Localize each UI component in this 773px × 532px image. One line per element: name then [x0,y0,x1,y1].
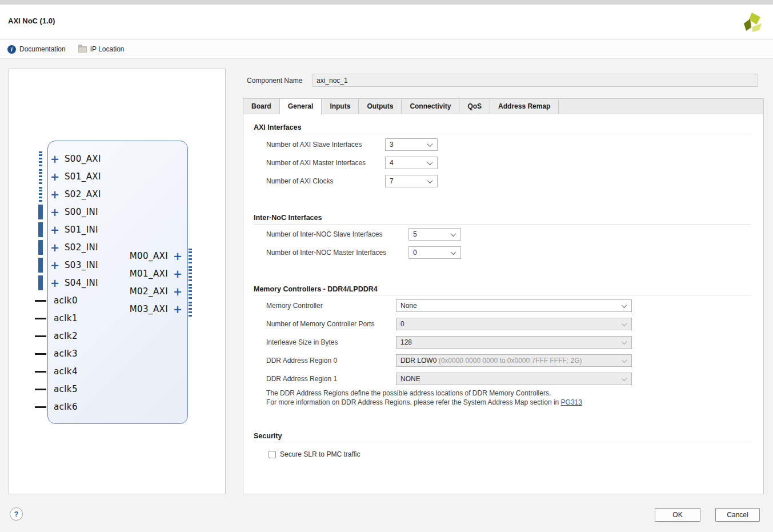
dropdown-value-note: (0x0000 0000 0000 to 0x0000 7FFF FFFF; 2… [436,357,582,365]
expand-interface-icon[interactable]: + [50,278,59,289]
expand-interface-icon[interactable]: + [50,154,59,165]
memory-controller-dropdown[interactable]: None [396,299,632,312]
expand-interface-icon[interactable]: + [50,260,59,271]
clock-pin-icon [35,318,46,319]
dropdown-value: 128 [400,338,412,346]
documentation-label: Documentation [19,45,66,53]
chevron-down-icon [427,141,433,147]
pin-s04-ini: +S04_INI [35,275,98,290]
pin-aclk2: aclk2 [35,329,78,343]
pin-label: aclk4 [54,366,78,377]
number-of-inter-noc-master-interfaces-dropdown[interactable]: 0 [408,246,461,259]
expand-interface-icon[interactable]: + [50,242,59,253]
pin-label: S02_INI [65,242,98,253]
expand-interface-icon[interactable]: + [50,189,59,200]
pin-label: aclk3 [54,349,78,359]
secure-slr-row: Secure SLR to PMC traffic [269,450,361,458]
secure-slr-label: Secure SLR to PMC traffic [280,450,361,458]
ddr-address-region-1-dropdown[interactable]: NONE [396,373,632,385]
number-of-axi-slave-interfaces-dropdown[interactable]: 3 [385,138,438,151]
expand-interface-icon[interactable]: + [173,304,182,315]
clock-pin-icon [35,300,46,302]
axi-port-connector-icon [39,151,42,166]
tab-bar: BoardGeneralInputsOutputsConnectivityQoS… [243,99,763,114]
ok-button[interactable]: OK [655,508,700,522]
pin-s00-axi: +S00_AXI [35,151,101,166]
tab-general[interactable]: General [280,99,322,115]
chevron-down-icon [427,178,433,183]
clock-pin-icon [35,335,46,337]
pin-label: aclk0 [54,295,78,306]
dialog-toolbar: i Documentation IP Location [0,40,773,59]
axi-port-connector-icon [189,302,192,317]
clock-pin-icon [35,353,46,355]
tab-qos[interactable]: QoS [459,99,490,114]
dropdown-value: NONE [400,375,420,383]
ip-location-label: IP Location [90,45,125,53]
chevron-down-icon [622,375,627,381]
secure-slr-checkbox[interactable] [269,451,276,458]
pin-label: M00_AXI [130,251,168,261]
section-title-axi: AXI Interfaces [254,123,301,131]
chevron-down-icon [622,339,627,345]
pin-label: M01_AXI [130,269,168,279]
cancel-button[interactable]: Cancel [715,508,760,522]
pin-s00-ini: +S00_INI [35,205,98,219]
ini-port-connector-icon [38,258,43,273]
help-button[interactable]: ? [10,507,23,521]
number-of-memory-controller-ports-dropdown[interactable]: 0 [396,318,632,330]
field-label-number-of-axi-master-interfaces: Number of AXI Master Interfaces [266,157,366,169]
pin-label: S01_AXI [65,171,101,182]
number-of-inter-noc-slave-interfaces-dropdown[interactable]: 5 [408,228,461,241]
axi-port-connector-icon [39,187,42,202]
expand-interface-icon[interactable]: + [173,269,182,279]
component-name-input[interactable] [313,74,758,87]
clock-pin-icon [35,371,46,373]
expand-interface-icon[interactable]: + [50,207,59,218]
number-of-axi-clocks-dropdown[interactable]: 7 [385,175,438,187]
info-icon: i [7,45,16,54]
tab-inputs[interactable]: Inputs [322,99,359,114]
field-label-number-of-inter-noc-slave-interfaces: Number of Inter-NOC Slave Interfaces [266,228,382,241]
config-panel: BoardGeneralInputsOutputsConnectivityQoS… [243,98,764,494]
tab-board[interactable]: Board [243,99,280,114]
clock-pin-icon [35,406,46,408]
chevron-down-icon [622,357,627,363]
expand-interface-icon[interactable]: + [50,171,59,182]
pin-aclk3: aclk3 [35,346,78,361]
pg313-link[interactable]: PG313 [561,398,582,406]
pin-label: S00_AXI [65,154,101,164]
ip-symbol-panel: +S00_AXI+S01_AXI+S02_AXI+S00_INI+S01_INI… [9,69,226,494]
tab-outputs[interactable]: Outputs [359,99,402,114]
pin-label: M02_AXI [130,286,168,297]
pin-label: S03_INI [65,260,98,270]
documentation-button[interactable]: i Documentation [7,45,66,54]
ini-port-connector-icon [38,222,43,237]
expand-interface-icon[interactable]: + [50,225,59,235]
number-of-axi-master-interfaces-dropdown[interactable]: 4 [385,157,438,169]
dropdown-value: None [400,302,417,310]
xilinx-logo-icon [742,11,765,35]
pin-m03-axi: M03_AXI+ [125,302,196,317]
expand-interface-icon[interactable]: + [173,251,182,262]
chevron-down-icon [622,321,627,326]
tab-connectivity[interactable]: Connectivity [402,99,459,114]
field-label-ddr-address-region-1: DDR Address Region 1 [266,373,337,385]
dialog-titlebar: AXI NoC (1.0) [0,5,773,39]
dropdown-value: 3 [390,141,394,149]
interleave-size-in-bytes-dropdown[interactable]: 128 [396,336,632,349]
section-title-memory: Memory Controllers - DDR4/LPDDR4 [254,285,378,293]
tab-address-remap[interactable]: Address Remap [490,99,559,114]
chevron-down-icon [427,159,433,165]
dropdown-value: 7 [390,177,394,185]
pin-m00-axi: M00_AXI+ [125,249,196,263]
pin-m01-axi: M01_AXI+ [125,266,196,281]
ip-location-button[interactable]: IP Location [78,45,125,53]
dialog-title: AXI NoC (1.0) [8,17,55,25]
pin-label: aclk1 [54,313,78,323]
pin-s03-ini: +S03_INI [35,258,98,273]
axi-port-connector-icon [189,284,192,299]
pin-label: aclk6 [54,402,78,412]
ddr-address-region-0-dropdown[interactable]: DDR LOW0 (0x0000 0000 0000 to 0x0000 7FF… [396,354,632,367]
expand-interface-icon[interactable]: + [173,286,182,297]
